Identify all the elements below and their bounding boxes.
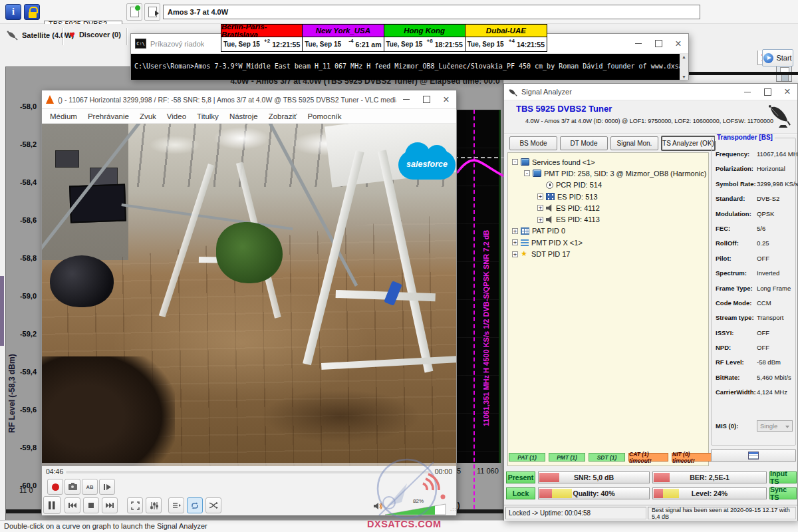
analyzer-titlebar[interactable]: Signal Analyzer [504,84,797,100]
minimize-icon[interactable] [628,34,648,53]
scroll-up-icon[interactable]: ▲ [682,55,686,59]
menu-view[interactable]: Zobraziť [263,112,303,120]
snapshot-button[interactable] [65,479,80,495]
clock-time: 6:21 am [355,41,381,49]
spectrum-curve[interactable] [454,154,506,184]
tree-item-es-audio[interactable]: + ES PID: 4112 [508,202,708,213]
y-tick: -58,6 [6,216,37,224]
pause-button[interactable] [43,496,61,514]
menu-tools[interactable]: Nástroje [224,112,263,120]
cmd-console[interactable]: C:\Users\Roman>Amos 7-3.9°W_Middle East … [131,54,688,80]
discover-button[interactable]: ♥ Discover (0) [69,29,121,39]
tree-item-es-audio[interactable]: + ES PID: 4113 [508,213,708,225]
menu-subtitles[interactable]: Titulky [192,112,224,120]
menu-audio[interactable]: Zvuk [134,112,162,120]
expand-icon[interactable]: + [537,194,543,200]
ts-info-button[interactable] [711,449,796,462]
ber-bar: BER: 2,5E-1 [652,471,767,483]
expand-icon[interactable]: + [512,251,518,257]
collapse-icon[interactable]: - [524,170,530,176]
tree-item-pmt-x[interactable]: + PMT PID X <1> [508,237,708,248]
menu-help[interactable]: Pomocník [302,112,346,120]
maximize-icon[interactable] [416,90,436,108]
info-icon-button[interactable] [5,4,21,20]
shuffle-icon [209,501,218,509]
tree-item-pcr[interactable]: PCR PID: 514 [508,180,708,191]
close-icon[interactable] [436,90,456,108]
cmd-icon: C:\ [135,39,146,49]
expand-icon[interactable]: + [537,217,543,223]
clock-date: Tue, Sep 15 [223,41,260,48]
menu-playback[interactable]: Prehrávanie [82,112,134,120]
previous-button[interactable] [65,497,80,513]
export-button[interactable] [144,3,160,21]
mis-dropdown[interactable]: Single [757,420,793,432]
tv-icon [521,158,529,166]
clock-time: 14:21:55 [517,41,545,49]
cmd-scrollbar[interactable]: ▲ ▼ [680,54,688,80]
transponder-groupbox: Transponder [BS] Frequency:11067,164 MHz… [711,138,796,446]
menu-video[interactable]: Video [162,112,192,120]
playlist-icon [172,501,181,509]
expand-icon[interactable]: + [512,239,518,245]
lock-icon-button[interactable] [24,4,40,20]
maximize-icon[interactable] [648,34,668,53]
playlist-button[interactable] [168,497,184,513]
adjustments-button[interactable] [146,497,162,513]
loop-button[interactable] [187,497,203,513]
tab-signal-mon[interactable]: Signal Mon. [610,136,658,150]
frame-step-button[interactable] [99,479,115,495]
discover-label: Discover (0) [79,31,121,39]
maximize-icon[interactable] [757,84,777,100]
speaker-icon[interactable] [373,501,384,511]
start-button[interactable]: Start [762,49,793,66]
expand-icon[interactable]: + [537,205,543,211]
resize-grip[interactable]: .:: [450,506,457,512]
play-icon [763,53,773,63]
shuffle-button[interactable] [205,497,221,513]
feed-name-field[interactable]: Amos 3-7 at 4.0W [163,5,700,19]
minimize-icon[interactable] [737,84,757,100]
salesforce-logo-text: salesforce [398,160,456,169]
status-badge: CAT (1) timeout! [628,453,668,462]
tab-ts-analyzer[interactable]: TS Analyzer (OK) [661,136,716,151]
webcam-video-frame[interactable]: salesforce [42,124,456,466]
record-button[interactable] [47,479,63,495]
close-icon[interactable] [668,34,688,53]
new-page-icon [130,7,139,17]
volume-slider[interactable] [385,503,446,515]
frame-step-icon [103,483,112,491]
tree-item-pat[interactable]: + PAT PID 0 [508,225,708,237]
scroll-down-icon[interactable]: ▼ [682,74,686,79]
satellite-button[interactable]: Satellite (4.0W) [7,29,74,41]
ab-loop-icon: AB [86,484,94,490]
vlc-titlebar[interactable]: () - 11067 Horizontal 3299,998 / RF: -58… [42,90,456,109]
tree-item-pmt-service[interactable]: - PMT PID: 258, SID: 3 @ Mizmor_OB8 (Har… [508,168,708,179]
tab-bs-mode[interactable]: BS Mode [509,136,557,150]
clock-hongkong: Hong Kong Tue, Sep 15 +8 18:21:55 [384,25,466,51]
expand-icon[interactable]: + [512,228,518,234]
fullscreen-icon [131,501,140,510]
status-badge: PAT (1) [509,453,545,462]
fullscreen-button[interactable] [127,497,143,513]
tree-item-services[interactable]: - Services found <1> [508,156,708,168]
seek-slider[interactable] [66,471,430,473]
ab-loop-button[interactable]: AB [82,479,98,495]
next-button[interactable] [102,497,118,513]
clock-newyork: New York_USA Tue, Sep 15 -4 6:21 am [303,25,384,51]
tree-item-sdt[interactable]: + SDT PID 17 [508,248,708,259]
clock-berlin: Berlin-Paris-Bratislava Tue, Sep 15 +2 1… [221,25,303,51]
input-ts-indicator: Input TS [769,471,797,483]
menu-medium[interactable]: Médium [45,112,82,120]
minimize-icon[interactable] [396,90,416,108]
clock-date: Tue, Sep 15 [467,41,504,48]
clock-city: Berlin-Paris-Bratislava [221,25,302,37]
tab-dt-mode[interactable]: DT Mode [560,136,608,150]
snr-bar: SNR: 5,0 dB [538,471,650,483]
close-icon[interactable] [777,84,797,100]
stop-button[interactable] [83,497,99,513]
tree-item-es-video[interactable]: + ES PID: 513 [508,191,708,202]
video-picture-frame [55,150,79,168]
new-file-button[interactable] [126,3,142,21]
collapse-icon[interactable]: - [512,159,518,165]
